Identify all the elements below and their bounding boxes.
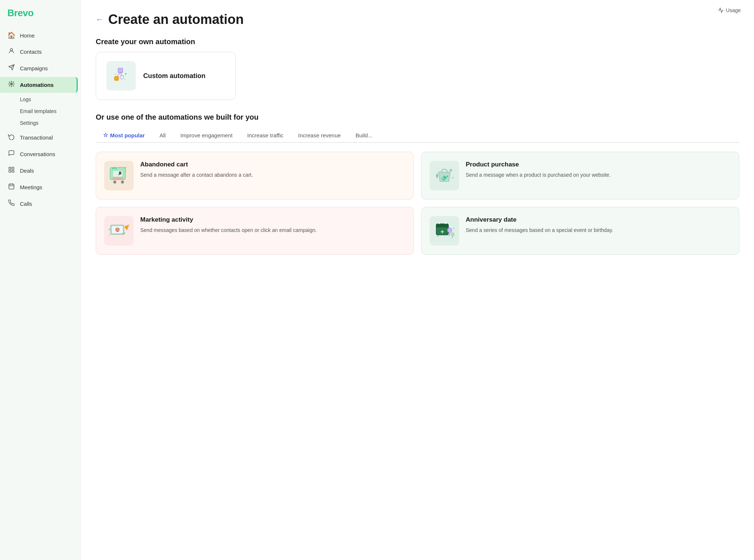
sidebar-item-home[interactable]: 🏠 Home <box>0 28 78 43</box>
sidebar-item-conversations[interactable]: Conversations <box>0 146 78 162</box>
svg-line-40 <box>449 233 450 236</box>
sidebar-item-campaigns[interactable]: Campaigns <box>0 60 78 76</box>
main-content: Usage ← Create an automation Create your… <box>81 0 754 560</box>
contacts-icon <box>7 47 15 56</box>
tab-increase-revenue[interactable]: Increase revenue <box>291 128 348 143</box>
tab-all[interactable]: All <box>152 128 173 143</box>
sidebar-item-deals-label: Deals <box>20 168 34 174</box>
tab-all-label: All <box>159 132 166 138</box>
abandoned-cart-desc: Send a message after a contact abandons … <box>140 171 405 179</box>
tab-most-popular-label: Most popular <box>110 132 145 138</box>
sidebar-item-meetings[interactable]: Meetings <box>0 179 78 195</box>
svg-line-42 <box>452 236 453 238</box>
svg-point-19 <box>121 181 124 184</box>
automation-card-marketing-activity[interactable]: Marketing activity Send messages based o… <box>96 207 414 255</box>
automation-card-anniversary-date[interactable]: Anniversary date Send a series of messag… <box>421 207 739 255</box>
sidebar-item-email-templates[interactable]: Email templates <box>0 105 78 117</box>
svg-marker-32 <box>125 224 129 230</box>
sidebar-item-conversations-label: Conversations <box>20 151 55 157</box>
anniversary-date-icon <box>430 216 459 246</box>
automations-sub-nav: Logs Email templates Settings <box>0 94 81 129</box>
svg-point-23 <box>114 168 115 169</box>
product-purchase-content: Product purchase Send a message when a p… <box>466 161 731 179</box>
svg-rect-14 <box>120 75 124 79</box>
usage-label: Usage <box>726 7 741 13</box>
star-icon: ☆ <box>103 132 108 138</box>
automation-card-product-purchase[interactable]: Product purchase Send a message when a p… <box>421 152 739 200</box>
product-purchase-title: Product purchase <box>466 161 731 168</box>
tab-increase-traffic-label: Increase traffic <box>247 132 283 138</box>
tab-improve-engagement-label: Improve engagement <box>180 132 233 138</box>
own-section-title: Create your own automation <box>96 38 739 46</box>
brand-logo: Brevo <box>0 7 81 28</box>
automation-card-abandoned-cart[interactable]: Abandoned cart Send a message after a co… <box>96 152 414 200</box>
product-purchase-desc: Send a message when a product is purchas… <box>466 171 731 179</box>
sidebar-item-contacts-label: Contacts <box>20 49 42 55</box>
sidebar-item-settings[interactable]: Settings <box>0 117 78 129</box>
svg-point-31 <box>118 229 119 229</box>
tab-build[interactable]: Build... <box>348 128 380 143</box>
svg-point-0 <box>10 49 13 51</box>
marketing-activity-desc: Send messages based on whether contacts … <box>140 226 405 234</box>
svg-rect-21 <box>118 175 119 175</box>
svg-rect-6 <box>12 170 14 172</box>
calls-icon <box>7 200 15 208</box>
anniversary-date-content: Anniversary date Send a series of messag… <box>466 216 731 234</box>
sidebar-item-automations[interactable]: Automations <box>0 77 78 93</box>
sidebar-nav: 🏠 Home Contacts Campaigns Automations Lo… <box>0 28 81 212</box>
back-button[interactable]: ← <box>96 15 104 24</box>
conversations-icon <box>7 150 15 158</box>
automation-tabs: ☆ Most popular All Improve engagement In… <box>96 128 739 143</box>
custom-automation-icon <box>106 61 136 91</box>
page-header: ← Create an automation <box>96 12 739 27</box>
sidebar-item-transactional-label: Transactional <box>20 134 53 141</box>
svg-rect-25 <box>112 177 123 180</box>
campaigns-icon <box>7 64 15 73</box>
tab-improve-engagement[interactable]: Improve engagement <box>173 128 240 143</box>
built-section-title: Or use one of the automations we built f… <box>96 113 739 121</box>
automation-cards-grid: Abandoned cart Send a message after a co… <box>96 152 739 255</box>
automations-icon <box>7 81 15 89</box>
svg-point-22 <box>112 168 113 169</box>
anniversary-date-title: Anniversary date <box>466 216 731 223</box>
home-icon: 🏠 <box>7 31 15 39</box>
abandoned-cart-icon <box>104 161 134 190</box>
page-title: Create an automation <box>108 12 244 27</box>
svg-point-3 <box>11 83 13 85</box>
sidebar-item-home-label: Home <box>20 32 35 39</box>
sidebar-item-deals[interactable]: Deals <box>0 163 78 179</box>
svg-rect-13 <box>114 76 119 80</box>
svg-rect-35 <box>436 224 449 228</box>
svg-line-15 <box>117 73 120 77</box>
svg-rect-4 <box>9 167 11 169</box>
deals-icon <box>7 166 15 175</box>
transactional-icon <box>7 133 15 142</box>
tab-increase-revenue-label: Increase revenue <box>298 132 341 138</box>
abandoned-cart-title: Abandoned cart <box>140 161 405 168</box>
svg-point-38 <box>445 222 447 224</box>
sidebar: Brevo 🏠 Home Contacts Campaigns Automati… <box>0 0 81 560</box>
usage-button[interactable]: Usage <box>714 5 745 15</box>
sidebar-item-contacts[interactable]: Contacts <box>0 44 78 60</box>
product-purchase-icon <box>430 161 459 190</box>
svg-rect-8 <box>9 184 14 189</box>
tab-increase-traffic[interactable]: Increase traffic <box>240 128 291 143</box>
meetings-icon <box>7 183 15 191</box>
sidebar-item-logs[interactable]: Logs <box>0 94 78 105</box>
svg-point-18 <box>113 181 116 184</box>
sidebar-item-calls-label: Calls <box>20 201 32 207</box>
svg-point-41 <box>451 233 455 236</box>
marketing-activity-content: Marketing activity Send messages based o… <box>140 216 405 234</box>
sidebar-item-automations-label: Automations <box>20 82 54 88</box>
anniversary-date-desc: Send a series of messages based on a spe… <box>466 226 731 234</box>
sidebar-item-campaigns-label: Campaigns <box>20 65 48 71</box>
svg-point-24 <box>115 168 116 169</box>
svg-rect-7 <box>9 170 11 172</box>
custom-automation-card[interactable]: Custom automation <box>96 52 236 100</box>
abandoned-cart-content: Abandoned cart Send a message after a co… <box>140 161 405 179</box>
svg-point-43 <box>437 236 438 237</box>
svg-point-30 <box>116 229 117 229</box>
tab-most-popular[interactable]: ☆ Most popular <box>96 128 152 143</box>
sidebar-item-transactional[interactable]: Transactional <box>0 130 78 145</box>
sidebar-item-calls[interactable]: Calls <box>0 196 78 212</box>
